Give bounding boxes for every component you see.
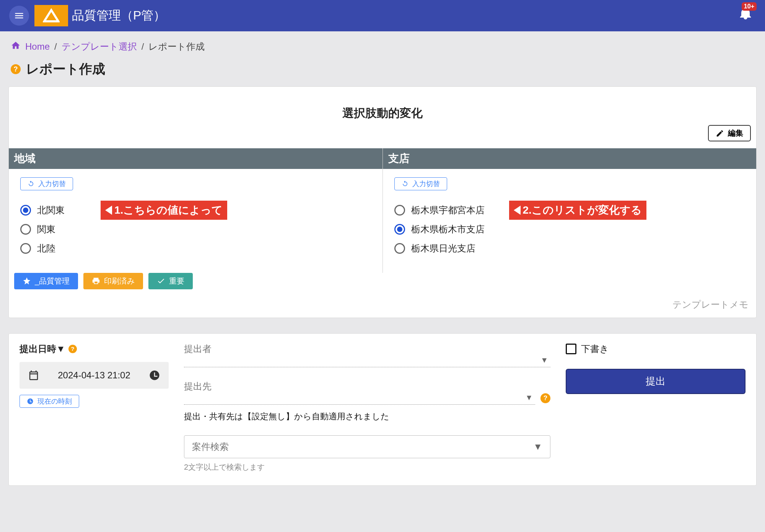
branch-option-label: 栃木県宇都宮本店 [411,204,485,216]
submit-panel: 提出日時▼ ? 2024-04-13 21:02 現在の時刻 提出者 ▼ 提出先… [8,333,757,486]
region-option[interactable]: 北関東 1.こちらの値によって [20,204,371,216]
help-icon[interactable]: ? [11,64,21,74]
tag-printed-label: 印刷済み [104,276,135,286]
printer-icon [92,277,100,285]
radio-icon [20,224,31,235]
chevron-down-icon: ▼ [540,356,548,365]
breadcrumb-sep: / [54,41,57,52]
now-button[interactable]: 現在の時刻 [20,395,79,408]
branch-option[interactable]: 栃木県宇都宮本店 2.このリストが変化する [394,204,745,216]
report-card: 選択肢動的変化 編集 地域 入力切替 北関東 1.こちらの値によって [8,86,757,318]
breadcrumb-template-select[interactable]: テンプレート選択 [62,41,137,53]
tag-quality[interactable]: _品質管理 [14,273,78,289]
submit-action-section: 下書き 提出 [566,343,745,472]
region-option[interactable]: 関東 [20,223,371,235]
region-option-label: 北関東 [37,204,65,216]
branch-option-label: 栃木県栃木市支店 [411,223,485,235]
region-header: 地域 [9,148,382,169]
tag-quality-label: _品質管理 [35,276,70,286]
region-input-toggle[interactable]: 入力切替 [20,177,73,190]
refresh-icon [402,180,409,187]
edit-button-label: 編集 [728,128,743,138]
breadcrumb-home[interactable]: Home [25,41,50,52]
submit-button-label: 提出 [646,375,666,387]
branch-callout-text: 2.このリストが変化する [523,203,642,217]
radio-icon [20,243,31,254]
clock-icon [149,370,160,381]
branch-option-label: 栃木県日光支店 [411,242,475,255]
draft-label: 下書き [581,343,609,355]
app-title: 品質管理（P管） [72,7,166,24]
case-search-placeholder: 案件検索 [192,441,229,453]
notifications-badge: 10+ [742,2,757,11]
submit-datetime-section: 提出日時▼ ? 2024-04-13 21:02 現在の時刻 [20,343,169,472]
radio-icon [394,205,405,216]
star-icon [23,277,31,285]
calendar-icon [28,370,39,381]
branch-column: 支店 入力切替 栃木県宇都宮本店 2.このリストが変化する 栃木県栃木市支 [383,148,757,273]
auto-apply-note: 提出・共有先は【設定無し】から自動適用されました [184,411,550,422]
region-option-label: 北陸 [37,242,55,255]
region-option[interactable]: 北陸 [20,242,371,255]
submit-button[interactable]: 提出 [566,369,745,394]
branch-input-toggle[interactable]: 入力切替 [394,177,447,190]
clock-icon [27,398,34,405]
home-icon[interactable] [11,41,21,53]
chevron-down-icon: ▼ [533,441,542,452]
notifications-button[interactable]: 10+ [738,6,753,22]
datetime-value: 2024-04-13 21:02 [58,370,130,381]
branch-option[interactable]: 栃木県日光支店 [394,242,745,255]
template-memo-label: テンプレートメモ [9,296,756,318]
triangle-icon [43,7,60,24]
branch-header: 支店 [383,148,757,169]
chevron-down-icon: ▼ [525,393,533,402]
callout-arrow-icon [105,206,112,215]
radio-icon [394,243,405,254]
edit-button[interactable]: 編集 [708,125,751,141]
tag-important-label: 重要 [169,276,184,286]
page-heading: ? レポート作成 [0,57,765,86]
region-toggle-label: 入力切替 [38,179,66,188]
region-column: 地域 入力切替 北関東 1.こちらの値によって 関東 [9,148,383,273]
breadcrumb-sep: / [142,41,144,52]
refresh-icon [28,180,34,187]
case-search-field[interactable]: 案件検索 ▼ 2文字以上で検索します [184,435,550,472]
breadcrumb-current: レポート作成 [148,41,205,53]
branch-toggle-label: 入力切替 [412,179,440,188]
card-title: 選択肢動的変化 [9,96,756,139]
now-button-label: 現在の時刻 [37,397,72,406]
checkbox-icon [566,344,576,354]
submitter-field[interactable]: 提出者 ▼ [184,343,550,367]
draft-checkbox[interactable]: 下書き [566,343,745,355]
help-icon[interactable]: ? [68,345,77,353]
help-icon[interactable]: ? [540,393,550,403]
hamburger-icon [14,10,24,21]
pencil-icon [716,129,724,138]
branch-callout: 2.このリストが変化する [509,201,646,220]
region-callout-text: 1.こちらの値によって [114,203,223,217]
check-icon [157,277,165,285]
tag-important[interactable]: 重要 [148,273,193,289]
recipient-field[interactable]: 提出先 ▼ [184,380,535,405]
breadcrumb: Home / テンプレート選択 / レポート作成 [0,31,765,57]
app-logo [34,5,68,26]
region-callout: 1.こちらの値によって [101,201,227,220]
radio-icon [394,224,405,235]
menu-button[interactable] [9,6,29,26]
submit-datetime-label-row: 提出日時▼ ? [20,343,169,355]
submit-fields: 提出者 ▼ 提出先 ▼ ? 提出・共有先は【設定無し】から自動適用されました 案… [184,343,550,472]
tag-row: _品質管理 印刷済み 重要 [9,273,756,296]
tag-printed[interactable]: 印刷済み [83,273,143,289]
datetime-field[interactable]: 2024-04-13 21:02 [20,362,169,389]
branch-option[interactable]: 栃木県栃木市支店 [394,223,745,235]
page-title: レポート作成 [26,60,105,78]
callout-arrow-icon [514,206,521,215]
topbar: 品質管理（P管） 10+ [0,0,765,31]
case-search-hint: 2文字以上で検索します [184,462,550,472]
radio-icon [20,205,31,216]
submit-datetime-label: 提出日時▼ [20,343,65,355]
region-option-label: 関東 [37,223,55,235]
